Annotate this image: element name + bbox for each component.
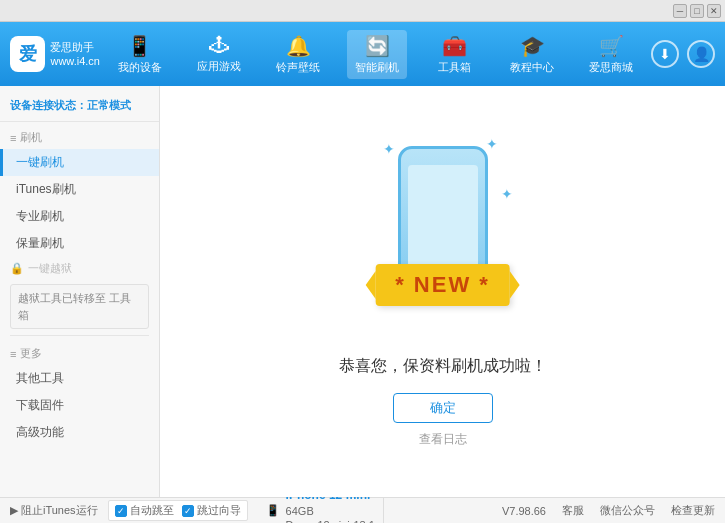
nav-smart-flash[interactable]: 🔄 智能刷机 (347, 30, 407, 79)
main-layout: 设备连接状态：正常模式 ≡ 刷机 一键刷机 iTunes刷机 专业刷机 保量刷机… (0, 86, 725, 497)
sidebar-section-more: ≡ 更多 (0, 342, 159, 365)
jailbreak-notice-text: 越狱工具已转移至 工具箱 (18, 292, 131, 321)
nav-ringtones-label: 铃声壁纸 (276, 60, 320, 75)
ringtones-icon: 🔔 (286, 34, 311, 58)
sparkle-3-icon: ✦ (501, 186, 513, 202)
nav-smart-flash-label: 智能刷机 (355, 60, 399, 75)
status-value: 正常模式 (87, 99, 131, 111)
nav-apps-games[interactable]: 🕹 应用游戏 (189, 30, 249, 78)
logo-icon: 爱 (10, 36, 45, 72)
sidebar-status: 设备连接状态：正常模式 (0, 94, 159, 122)
nav-ringtones[interactable]: 🔔 铃声壁纸 (268, 30, 328, 79)
nav-my-device-label: 我的设备 (118, 60, 162, 75)
sidebar-item-download-fw[interactable]: 下载固件 (0, 392, 159, 419)
header: 爱 爱思助手 www.i4.cn 📱 我的设备 🕹 应用游戏 🔔 铃声壁纸 🔄 … (0, 22, 725, 86)
itunes-toggle-icon: ▶ (10, 504, 18, 517)
download-button[interactable]: ⬇ (651, 40, 679, 68)
titlebar: ─ □ ✕ (0, 0, 725, 22)
smart-flash-icon: 🔄 (365, 34, 390, 58)
sidebar-item-other-tools[interactable]: 其他工具 (0, 365, 159, 392)
download-fw-label: 下载固件 (16, 397, 64, 414)
tutorial-icon: 🎓 (520, 34, 545, 58)
toolbox-icon: 🧰 (442, 34, 467, 58)
itunes-toggle-label: 阻止iTunes运行 (21, 503, 98, 518)
sidebar-item-one-key-flash[interactable]: 一键刷机 (0, 149, 159, 176)
update-link[interactable]: 检查更新 (671, 503, 715, 518)
jailbreak-notice: 越狱工具已转移至 工具箱 (10, 284, 149, 329)
device-storage: 64GB (286, 504, 375, 518)
nav-items: 📱 我的设备 🕹 应用游戏 🔔 铃声壁纸 🔄 智能刷机 🧰 工具箱 🎓 教程中心… (100, 30, 651, 79)
nav-toolbox-label: 工具箱 (438, 60, 471, 75)
more-section-icon: ≡ (10, 348, 16, 360)
auto-jump-label: 自动跳至 (130, 503, 174, 518)
status-label: 设备连接状态： (10, 99, 87, 111)
checkbox-group: ✓ 自动跳至 ✓ 跳过向导 (108, 500, 248, 521)
protect-flash-label: 保量刷机 (16, 235, 64, 252)
jailbreak-section-label: 一键越狱 (28, 261, 72, 276)
phone-screen (408, 165, 478, 275)
itunes-toggle[interactable]: ▶ 阻止iTunes运行 (10, 503, 98, 518)
nav-my-device[interactable]: 📱 我的设备 (110, 30, 170, 79)
nav-shop[interactable]: 🛒 爱思商城 (581, 30, 641, 79)
sparkle-2-icon: ✦ (486, 136, 498, 152)
flash-section-label: 刷机 (20, 130, 42, 145)
checkbox-auto-jump[interactable]: ✓ 自动跳至 (115, 503, 174, 518)
sparkle-1-icon: ✦ (383, 141, 395, 157)
bottom-right: V7.98.66 客服 微信公众号 检查更新 (502, 503, 715, 518)
phone-illustration: ✦ ✦ ✦ * NEW * (363, 136, 523, 336)
account-button[interactable]: 👤 (687, 40, 715, 68)
other-tools-label: 其他工具 (16, 370, 64, 387)
nav-right-buttons: ⬇ 👤 (651, 40, 715, 68)
apps-games-icon: 🕹 (209, 34, 229, 57)
version-label: V7.98.66 (502, 505, 546, 517)
nav-tutorial-label: 教程中心 (510, 60, 554, 75)
itunes-flash-label: iTunes刷机 (16, 181, 76, 198)
sidebar-divider (10, 335, 149, 336)
advanced-label: 高级功能 (16, 424, 64, 441)
bottom-bar: ▶ 阻止iTunes运行 ✓ 自动跳至 ✓ 跳过向导 📱 iPhone 12 m… (0, 497, 725, 523)
checkbox-skip-wizard[interactable]: ✓ 跳过向导 (182, 503, 241, 518)
wechat-link[interactable]: 微信公众号 (600, 503, 655, 518)
support-link[interactable]: 客服 (562, 503, 584, 518)
auto-jump-checkbox[interactable]: ✓ (115, 505, 127, 517)
new-ribbon: * NEW * (375, 264, 510, 306)
shop-icon: 🛒 (599, 34, 624, 58)
sidebar-section-flash: ≡ 刷机 (0, 126, 159, 149)
logo: 爱 爱思助手 www.i4.cn (10, 36, 100, 72)
sidebar-item-advanced[interactable]: 高级功能 (0, 419, 159, 446)
skip-wizard-checkbox[interactable]: ✓ (182, 505, 194, 517)
logo-text: 爱思助手 www.i4.cn (50, 40, 100, 69)
my-device-icon: 📱 (127, 34, 152, 58)
one-key-flash-label: 一键刷机 (16, 154, 64, 171)
minimize-button[interactable]: ─ (673, 4, 687, 18)
skip-wizard-label: 跳过向导 (197, 503, 241, 518)
device-icon: 📱 (266, 504, 280, 517)
nav-apps-games-label: 应用游戏 (197, 59, 241, 74)
history-link[interactable]: 查看日志 (419, 431, 467, 448)
sidebar-item-itunes-flash[interactable]: iTunes刷机 (0, 176, 159, 203)
sidebar-section-jailbreak: 🔒 一键越狱 (0, 257, 159, 280)
nav-shop-label: 爱思商城 (589, 60, 633, 75)
content-area: ✦ ✦ ✦ * NEW * 恭喜您，保资料刷机成功啦！ 确定 查看日志 (160, 86, 725, 497)
device-model: Down-12mini-13.1 (286, 518, 375, 523)
success-text: 恭喜您，保资料刷机成功啦！ (339, 356, 547, 377)
close-button[interactable]: ✕ (707, 4, 721, 18)
confirm-button[interactable]: 确定 (393, 393, 493, 423)
sidebar: 设备连接状态：正常模式 ≡ 刷机 一键刷机 iTunes刷机 专业刷机 保量刷机… (0, 86, 160, 497)
lock-icon: 🔒 (10, 262, 24, 275)
sidebar-item-protect-flash[interactable]: 保量刷机 (0, 230, 159, 257)
sidebar-item-pro-flash[interactable]: 专业刷机 (0, 203, 159, 230)
maximize-button[interactable]: □ (690, 4, 704, 18)
more-section-label: 更多 (20, 346, 42, 361)
nav-tutorial[interactable]: 🎓 教程中心 (502, 30, 562, 79)
flash-section-icon: ≡ (10, 132, 16, 144)
nav-toolbox[interactable]: 🧰 工具箱 (427, 30, 483, 79)
pro-flash-label: 专业刷机 (16, 208, 64, 225)
